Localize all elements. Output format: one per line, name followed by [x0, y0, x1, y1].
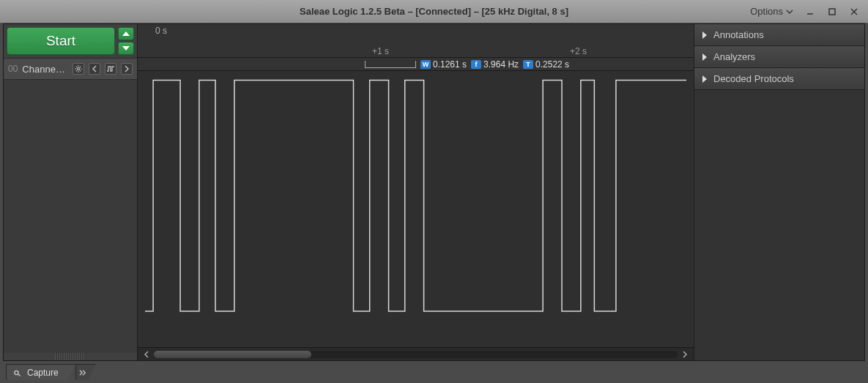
left-empty: [4, 80, 137, 353]
scroll-thumb[interactable]: [154, 351, 311, 358]
maximize-button[interactable]: [823, 5, 842, 18]
channel-trigger-left-button[interactable]: [89, 63, 100, 75]
tab-add-button[interactable]: [75, 364, 96, 380]
chevron-down-icon: [786, 10, 793, 14]
start-button[interactable]: Start: [7, 27, 115, 55]
channel-trigger-right-button[interactable]: [121, 63, 133, 75]
tab-capture-label: Capture: [27, 368, 59, 378]
ruler-major-1: +1 s: [372, 46, 389, 58]
period-value: 0.2522 s: [535, 59, 569, 70]
tab-capture[interactable]: Capture: [6, 364, 75, 380]
minimize-button[interactable]: [801, 5, 820, 18]
panel-annotations-label: Annotations: [713, 29, 764, 40]
panel-decoded-protocols[interactable]: Decoded Protocols: [694, 68, 864, 90]
scroll-track[interactable]: [154, 351, 678, 358]
channel-trigger-pulse-button[interactable]: [105, 63, 116, 75]
panel-annotations[interactable]: Annotations: [694, 24, 864, 46]
panel-decoded-label: Decoded Protocols: [713, 73, 794, 84]
svg-rect-1: [829, 9, 835, 15]
channel-row[interactable]: 00 Channe…: [4, 58, 137, 80]
resize-grip[interactable]: [55, 353, 86, 360]
left-panel: Start 00 Channe…: [4, 24, 138, 360]
window-title: Saleae Logic 1.2.5 Beta – [Connected] – …: [300, 6, 568, 17]
channel-name: Channe…: [22, 64, 68, 75]
measure-period: T 0.2522 s: [523, 59, 569, 70]
capture-icon: [14, 368, 23, 377]
width-badge-icon: W: [420, 60, 431, 69]
right-empty: [694, 90, 864, 360]
channel-settings-button[interactable]: [73, 63, 84, 75]
title-bar: Saleae Logic 1.2.5 Beta – [Connected] – …: [0, 0, 868, 23]
channel-index: 00: [8, 64, 18, 74]
chevron-right-icon: [702, 53, 708, 61]
chevron-right-icon: [702, 31, 708, 39]
start-up-button[interactable]: [118, 27, 134, 40]
bottom-tab-bar: Capture: [6, 364, 96, 380]
period-badge-icon: T: [523, 60, 533, 69]
measure-frequency: f 3.964 Hz: [471, 59, 519, 70]
scroll-right-button[interactable]: [680, 350, 689, 359]
scroll-left-button[interactable]: [142, 350, 151, 359]
double-chevron-icon: [79, 369, 86, 376]
ruler-origin: 0 s: [155, 26, 167, 36]
main-body: Start 00 Channe… 0: [3, 23, 865, 361]
chevron-right-icon: [702, 75, 708, 83]
trigger-left-icon: [91, 65, 98, 72]
trigger-right-icon: [123, 65, 130, 72]
time-ruler[interactable]: 0 s +1 s +2 s: [138, 24, 694, 58]
start-down-button[interactable]: [118, 42, 134, 55]
measure-width: W 0.1261 s: [420, 59, 467, 70]
ruler-major-2: +2 s: [570, 46, 587, 58]
svg-line-6: [18, 373, 20, 376]
right-panel: Annotations Analyzers Decoded Protocols: [694, 24, 864, 360]
close-button[interactable]: [845, 5, 864, 18]
panel-analyzers[interactable]: Analyzers: [694, 46, 864, 68]
options-menu[interactable]: Options: [746, 4, 798, 18]
measure-bracket-icon: [365, 61, 416, 68]
gear-icon: [75, 65, 82, 72]
frequency-value: 3.964 Hz: [483, 59, 519, 70]
start-adjust: [118, 27, 134, 55]
panel-analyzers-label: Analyzers: [713, 51, 755, 62]
pulse-icon: [106, 65, 115, 72]
start-row: Start: [4, 24, 137, 58]
svg-point-4: [77, 67, 79, 70]
horizontal-scrollbar[interactable]: [138, 347, 694, 360]
frequency-badge-icon: f: [471, 60, 481, 69]
waveform-panel: 0 s +1 s +2 s W 0.1261 s f 3.964 Hz T 0.…: [138, 24, 694, 360]
options-label: Options: [750, 6, 783, 17]
width-value: 0.1261 s: [433, 59, 467, 70]
waveform-canvas[interactable]: [138, 71, 694, 347]
measurement-bar: W 0.1261 s f 3.964 Hz T 0.2522 s: [138, 58, 694, 71]
waveform-svg: [145, 75, 686, 343]
